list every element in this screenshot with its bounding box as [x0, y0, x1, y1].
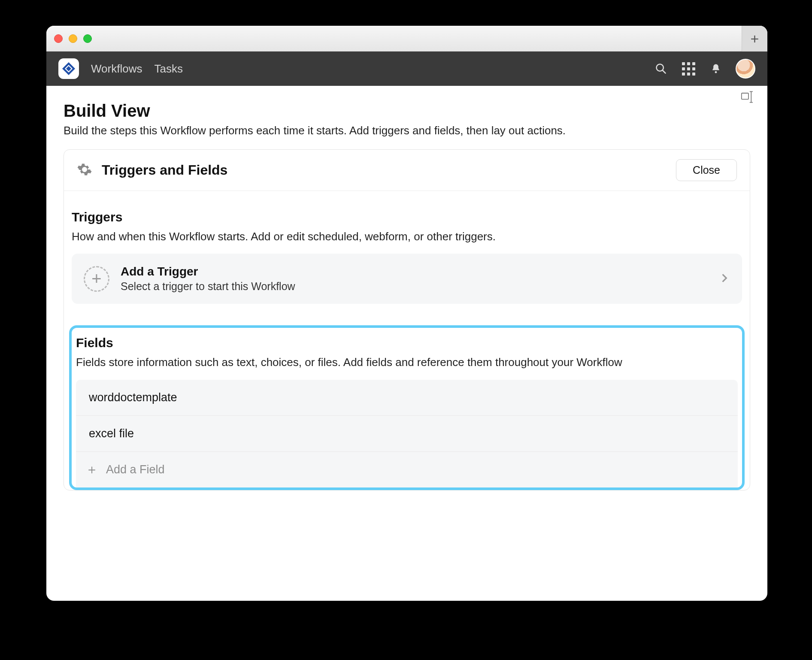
add-field-button[interactable]: ＋ Add a Field [76, 452, 738, 487]
add-trigger-title: Add a Trigger [121, 265, 708, 279]
add-trigger-button[interactable]: + Add a Trigger Select a trigger to star… [72, 254, 742, 304]
fields-subheading: Fields store information such as text, c… [76, 354, 738, 370]
window-close-button[interactable] [54, 34, 63, 43]
fields-highlight: Fields Fields store information such as … [69, 325, 745, 490]
triggers-fields-panel: Triggers and Fields Close Triggers How a… [64, 149, 750, 490]
chevron-right-icon [719, 272, 730, 285]
nav-workflows[interactable]: Workflows [91, 62, 142, 76]
traffic-lights [54, 34, 92, 43]
new-tab-button[interactable]: + [742, 26, 767, 51]
page-content: Build View Build the steps this Workflow… [46, 86, 767, 601]
page-title: Build View [64, 101, 750, 121]
app-logo-icon[interactable] [58, 58, 79, 79]
user-avatar[interactable] [736, 59, 755, 79]
field-item[interactable]: excel file [76, 416, 738, 452]
panel-header: Triggers and Fields Close [64, 150, 750, 191]
window-maximize-button[interactable] [83, 34, 92, 43]
add-trigger-subtitle: Select a trigger to start this Workflow [121, 280, 708, 293]
gear-icon [77, 162, 92, 179]
window-minimize-button[interactable] [69, 34, 77, 43]
app-header: Workflows Tasks [46, 51, 767, 86]
svg-point-5 [715, 71, 717, 73]
nav-tasks[interactable]: Tasks [154, 62, 182, 76]
svg-line-4 [663, 70, 666, 73]
triggers-subheading: How and when this Workflow starts. Add o… [72, 229, 742, 244]
app-window: + Workflows Tasks Build Vi [46, 26, 767, 601]
rename-icon[interactable] [741, 90, 756, 106]
page-subtitle: Build the steps this Workflow performs e… [64, 124, 750, 137]
notifications-icon[interactable] [708, 61, 724, 76]
plus-icon: ＋ [85, 463, 98, 476]
fields-heading: Fields [76, 336, 738, 350]
svg-rect-6 [742, 93, 748, 99]
titlebar: + [46, 26, 767, 51]
add-field-label: Add a Field [106, 463, 165, 476]
plus-circle-icon: + [84, 266, 109, 292]
search-icon[interactable] [653, 61, 669, 76]
fields-list: worddoctemplate excel file ＋ Add a Field [76, 380, 738, 487]
panel-title: Triggers and Fields [102, 162, 667, 178]
apps-grid-icon[interactable] [681, 61, 696, 76]
triggers-heading: Triggers [72, 210, 742, 224]
close-button[interactable]: Close [676, 159, 737, 181]
field-item[interactable]: worddoctemplate [76, 380, 738, 416]
